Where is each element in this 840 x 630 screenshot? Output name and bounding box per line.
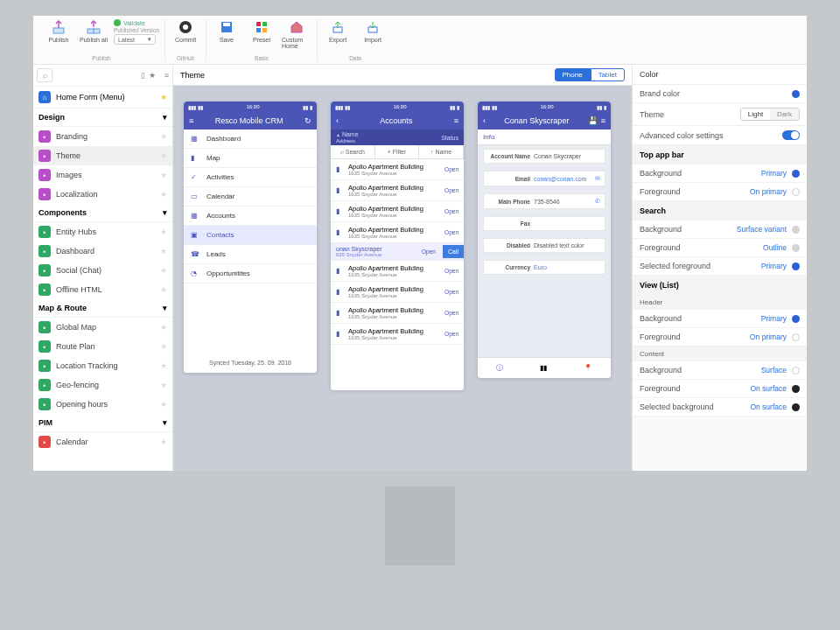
filter-chip[interactable]: + Filter [375,145,420,158]
color-row[interactable]: Selected foregroundPrimary [633,257,807,276]
menu-item[interactable]: ▦Accounts [184,206,317,226]
version-select[interactable]: Latest▾ [114,34,156,45]
list-row[interactable]: ▮Apollo Apartment Building1635 Snyder Av… [331,282,464,303]
item-icon: ▪ [38,130,51,143]
device-icon[interactable]: ▯ [141,71,145,80]
sidebar-item[interactable]: ▪Images★ [33,165,172,185]
home-icon [289,19,304,35]
sidebar-item[interactable]: ▪Opening hours★ [33,395,172,414]
menu-item[interactable]: ✓Activities [184,168,317,187]
menu-item[interactable]: ▮Map [184,149,317,168]
home-form-item[interactable]: ⌂ Home Form (Menu) ★ [33,87,172,108]
menu-item[interactable]: ◔Opportunitites [184,264,317,284]
list-row[interactable]: ▮Apollo Apartment Building1635 Snyder Av… [331,180,464,201]
list-row[interactable]: ▮Apollo Apartment Building1635 Snyder Av… [331,159,464,180]
color-row[interactable]: ForegroundOn primary [633,328,807,346]
sidebar-section[interactable]: Design▾ [33,108,172,127]
color-row[interactable]: ForegroundOutline [633,239,807,257]
sidebar-item[interactable]: ▪Location Tracking★ [33,356,172,375]
sidebar-item[interactable]: ▪Dashboard★ [33,242,172,261]
save-icon: 💾 [588,116,598,125]
sidebar-section[interactable]: Components▾ [33,204,172,222]
item-label: Calendar [56,438,88,446]
commit-button[interactable]: Commit [171,19,200,43]
sidebar-item[interactable]: ▪Branding★ [33,127,172,146]
search-chip[interactable]: ⌕ Search [331,145,375,158]
sort-chip[interactable]: ↑ Name [419,145,464,158]
color-row[interactable]: Selected backgroundOn surface [633,398,807,416]
form-field[interactable]: Account NameConan Skycraper [483,149,606,164]
menu-item[interactable]: ▭Calendar [184,187,317,206]
list-row[interactable]: ▮Apollo Apartment Building1635 Snyder Av… [331,303,464,324]
sidebar-item[interactable]: ▪Route Plan★ [33,337,172,356]
publish-all-button[interactable]: Publish all [79,19,108,45]
search-button[interactable]: ⌕ [37,68,52,82]
list-row[interactable]: ▮Apollo Apartment Building1635 Snyder Av… [331,201,464,222]
preset-icon [254,19,270,35]
import-button[interactable]: Import [358,19,388,43]
publish-button[interactable]: Publish [44,19,74,45]
menu-icon[interactable]: ≡ [164,71,169,80]
form-field[interactable]: Emailconan@conan.com✉ [483,171,606,186]
chevron-down-icon: ▾ [148,36,151,43]
color-row[interactable]: ForegroundOn surface [633,380,807,398]
building-icon: ▮ [336,186,345,194]
device-segmented[interactable]: Phone Tablet [555,68,626,81]
sidebar-item[interactable]: ▪Localization★ [33,185,172,204]
back-icon: ‹ [483,116,486,125]
svg-rect-2 [94,29,100,33]
brand-color-row[interactable]: Brand color [633,85,807,103]
map-tab-icon[interactable]: ▮▮ [540,364,547,372]
info-tab-icon[interactable]: ⓘ [496,363,503,373]
group-caption: GitHub [177,55,194,61]
item-label: Social (Chat) [56,266,102,275]
sidebar-section[interactable]: Map & Route▾ [33,299,172,318]
sidebar-section[interactable]: PIM▾ [33,414,172,432]
sidebar-item[interactable]: ▪Geo-fencing★ [33,375,172,395]
color-row[interactable]: BackgroundSurface [633,361,807,380]
menu-item[interactable]: ▦Dashboard [184,130,317,149]
seg-tablet[interactable]: Tablet [591,68,625,81]
sidebar-item[interactable]: ▪Entity Hubs★ [33,222,172,242]
sidebar-item[interactable]: ▪Global Map★ [33,318,172,337]
preset-button[interactable]: Preset [247,19,276,49]
color-row[interactable]: BackgroundSurface variant [633,220,807,239]
save-button[interactable]: Save [212,19,242,49]
star-icon: ★ [160,361,167,370]
menu-item[interactable]: ▣Contacts [184,226,317,245]
menu-item[interactable]: ☎Leads [184,245,317,264]
export-button[interactable]: Export [323,19,353,43]
preview-form: ▮▮▮ ▮▮16:00▮▮ ▮ ‹Conan Skyscraper💾≡ Info… [478,102,611,378]
form-field[interactable]: Fax [483,216,606,231]
theme-segmented[interactable]: LightDark [740,108,800,121]
preview-home: ▮▮▮ ▮▮16:00▮▮ ▮ ≡Resco Mobile CRM↻ ▦Dash… [184,102,317,373]
sidebar-item[interactable]: ▪Calendar★ [33,432,172,452]
menu-icon: ▮ [191,154,200,162]
color-swatch [792,188,800,196]
form-field[interactable]: Main Phone735-8546✆ [483,193,606,209]
validate-button[interactable]: Validate [114,19,159,26]
group-caption: Publish [92,55,110,61]
color-row[interactable]: ForegroundOn primary [633,183,807,201]
color-swatch [792,226,800,234]
info-tab[interactable]: Info [478,130,611,145]
advanced-toggle[interactable] [782,130,800,140]
call-button[interactable]: Call [443,245,464,258]
list-row[interactable]: ▮Apollo Apartment Building1635 Snyder Av… [331,222,464,243]
location-tab-icon[interactable]: 📍 [584,364,592,372]
sidebar-item[interactable]: ▪Social (Chat)★ [33,261,172,280]
list-row[interactable]: ▮Apollo Apartment Building1635 Snyder Av… [331,324,464,345]
list-row[interactable]: ▮Apollo Apartment Building1635 Snyder Av… [331,261,464,282]
color-row[interactable]: BackgroundPrimary [633,164,807,183]
svg-rect-0 [53,28,64,33]
sidebar-item[interactable]: ▪Theme★ [33,146,172,165]
custom-home-button[interactable]: Custom Home [282,19,312,49]
color-swatch [792,385,800,393]
star-icon[interactable]: ★ [149,71,156,80]
star-icon: ★ [160,400,167,409]
color-row[interactable]: BackgroundPrimary [633,310,807,328]
sidebar-item[interactable]: ▪Offline HTML★ [33,280,172,299]
form-field[interactable]: DisabledDisabled text color [483,238,606,253]
form-field[interactable]: CurrencyEuro [483,260,606,275]
seg-phone[interactable]: Phone [555,68,591,81]
